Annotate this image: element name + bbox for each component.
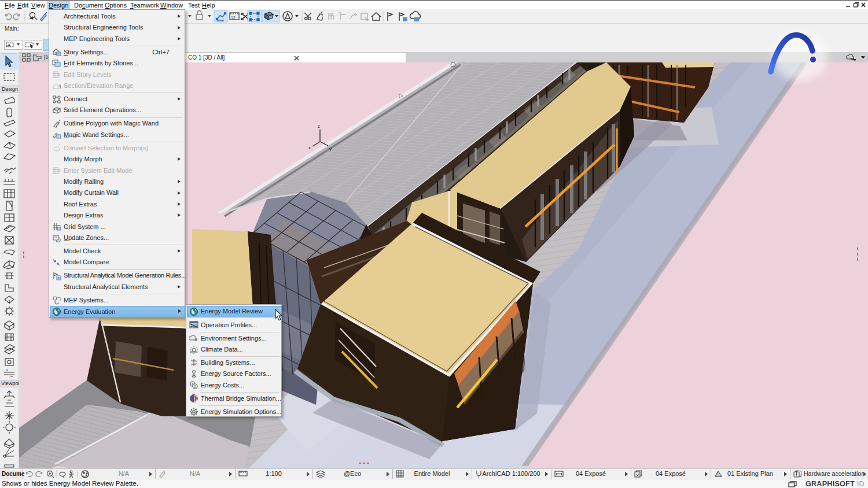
svg-text:12: 12 [231, 16, 236, 20]
svg-text:¢: ¢ [194, 385, 196, 389]
